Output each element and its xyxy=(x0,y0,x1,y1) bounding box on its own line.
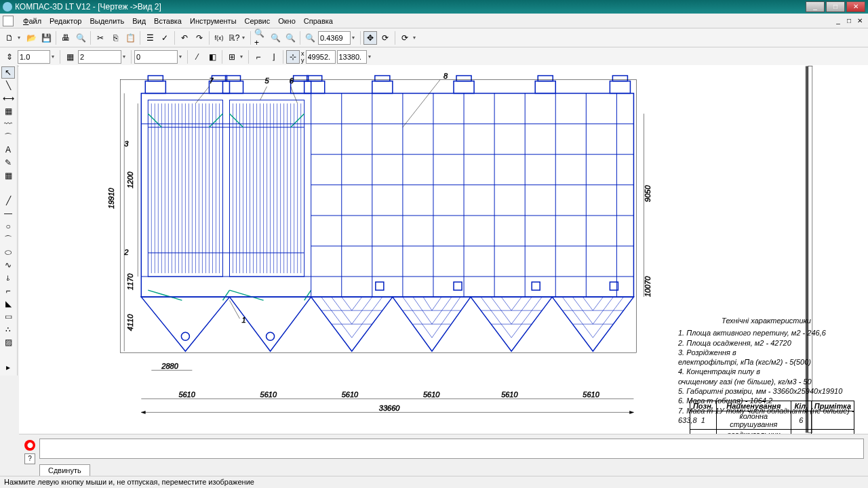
menu-view[interactable]: Вид xyxy=(128,16,150,26)
aux-line-icon[interactable]: ╱ xyxy=(1,195,15,207)
maximize-button[interactable]: □ xyxy=(826,1,845,12)
window-title: КОМПАС-3D LT V12 - [Чертеж ->Вид 2] xyxy=(15,2,806,12)
layer-input[interactable] xyxy=(78,50,121,64)
edit-tool-icon[interactable]: ✎ xyxy=(1,157,15,169)
local-cs-icon[interactable]: ⊹ xyxy=(286,50,300,64)
layers-icon[interactable]: ▦ xyxy=(63,50,77,64)
fillet-icon[interactable]: ⌐ xyxy=(1,285,15,297)
menu-service[interactable]: Сервис xyxy=(241,16,275,26)
cut-icon[interactable]: ✂ xyxy=(94,31,107,45)
new-icon[interactable]: 🗋 xyxy=(3,31,16,45)
preview-icon[interactable]: 🔍 xyxy=(74,31,87,45)
undo-icon[interactable]: ↶ xyxy=(178,31,191,45)
style-input[interactable] xyxy=(134,50,178,64)
segment-icon[interactable]: — xyxy=(1,207,15,220)
props-icon[interactable]: ☰ xyxy=(143,31,157,45)
menubar: Файл Редактор Выделить Вид Вставка Инстр… xyxy=(0,14,868,28)
rect-icon[interactable]: ▭ xyxy=(1,310,15,323)
grid-icon[interactable]: ⊞ xyxy=(225,50,239,64)
spline-icon[interactable]: ∿ xyxy=(1,259,15,271)
eraser-icon[interactable]: ◧ xyxy=(205,50,219,64)
close-button[interactable]: ✕ xyxy=(846,1,865,12)
point-icon[interactable]: ∴ xyxy=(1,323,15,336)
text-tool-icon[interactable]: A xyxy=(1,144,15,156)
coord-y-input[interactable] xyxy=(337,50,367,64)
mdi-minimize[interactable]: _ xyxy=(833,16,843,26)
svg-text:1170: 1170 xyxy=(126,273,134,290)
coord-x-input[interactable] xyxy=(306,50,336,64)
table-tool-icon[interactable]: ▦ xyxy=(1,169,15,182)
svg-text:1200: 1200 xyxy=(126,171,134,188)
zoom-in-icon[interactable]: 🔍+ xyxy=(254,31,267,45)
refresh-icon[interactable]: ⟳ xyxy=(398,31,412,45)
expand-icon[interactable]: ▸ xyxy=(1,361,15,373)
svg-rect-18 xyxy=(610,81,630,94)
ellipse-icon[interactable]: ⬭ xyxy=(1,246,15,258)
pan-icon[interactable]: ✥ xyxy=(363,31,377,45)
open-icon[interactable]: 📂 xyxy=(24,31,38,45)
menu-tools[interactable]: Инструменты xyxy=(186,16,241,26)
zoom-fit-icon[interactable]: 🔍 xyxy=(303,31,317,45)
svg-point-128 xyxy=(267,332,275,340)
polyline-icon[interactable]: ⫰ xyxy=(1,272,15,284)
chamfer-icon[interactable]: ◣ xyxy=(1,298,15,310)
copy-icon[interactable]: ⎘ xyxy=(108,31,122,45)
construct-tool-icon[interactable]: ⌒ xyxy=(1,131,15,143)
menu-edit[interactable]: Редактор xyxy=(45,16,85,26)
zoom-input[interactable] xyxy=(318,31,351,45)
line-icon[interactable]: ∕ xyxy=(191,50,204,64)
minimize-button[interactable]: _ xyxy=(806,1,825,12)
ortho-icon[interactable]: ⌐ xyxy=(252,50,265,64)
whatsthis-icon[interactable]: ℝ? xyxy=(227,31,241,45)
svg-line-109 xyxy=(501,297,511,310)
svg-rect-9 xyxy=(294,76,309,81)
svg-line-132 xyxy=(403,80,440,127)
zoom-window-icon[interactable]: 🔍 xyxy=(269,31,282,45)
redo-icon[interactable]: ↷ xyxy=(193,31,206,45)
svg-rect-11 xyxy=(307,76,322,81)
select-tool-icon[interactable]: ↖ xyxy=(1,66,15,79)
check-icon[interactable]: ✓ xyxy=(158,31,172,45)
menu-select[interactable]: Выделить xyxy=(85,16,128,26)
svg-rect-160 xyxy=(120,80,636,353)
arc-icon[interactable]: ⌒ xyxy=(1,233,15,245)
hatch-tool-icon[interactable]: ▦ xyxy=(1,105,15,117)
save-icon[interactable]: 💾 xyxy=(39,31,53,45)
svg-rect-5 xyxy=(212,76,226,81)
svg-rect-8 xyxy=(291,81,311,94)
stop-icon[interactable]: ⬤ xyxy=(24,440,35,451)
rotate-icon[interactable]: ⟳ xyxy=(378,31,392,45)
help-icon[interactable]: ? xyxy=(24,453,35,464)
scale-input[interactable] xyxy=(18,50,50,64)
svg-text:2: 2 xyxy=(123,248,128,256)
status-hint: Нажмите левую кнопку мыши и, не отпуская… xyxy=(4,478,254,486)
print-icon[interactable]: 🖶 xyxy=(59,31,73,45)
specification-table: Позн.НайменуванняКіл.Примітка 1колонна с… xyxy=(690,401,854,434)
mdi-restore[interactable]: □ xyxy=(844,16,854,26)
command-input[interactable] xyxy=(39,439,864,459)
circle-icon[interactable]: ○ xyxy=(1,220,15,232)
menu-help[interactable]: Справка xyxy=(300,16,337,26)
menu-window[interactable]: Окно xyxy=(274,16,300,26)
svg-line-98 xyxy=(352,297,362,310)
mdi-close[interactable]: ✕ xyxy=(855,16,865,26)
svg-text:1: 1 xyxy=(242,316,246,324)
curve-tool-icon[interactable]: 〰 xyxy=(1,118,15,130)
fx-icon[interactable]: f(x) xyxy=(212,31,226,45)
menu-file[interactable]: Файл xyxy=(19,16,45,26)
drawing-canvas[interactable]: 33660 561056105610561056105610 2880 1991… xyxy=(19,65,868,434)
dim-tool-icon[interactable]: ⟷ xyxy=(1,92,15,104)
svg-rect-15 xyxy=(456,76,471,81)
snap-icon[interactable]: ⌋ xyxy=(267,50,280,64)
top-outlets xyxy=(145,76,630,94)
line-tool-icon[interactable]: ╲ xyxy=(1,79,15,92)
hatch2-icon[interactable]: ▨ xyxy=(1,336,15,348)
svg-line-72 xyxy=(229,290,263,300)
menu-insert[interactable]: Вставка xyxy=(150,16,186,26)
paste-icon[interactable]: 📋 xyxy=(123,31,137,45)
command-tab[interactable]: Сдвинуть xyxy=(39,464,90,476)
svg-line-103 xyxy=(423,297,432,310)
zoom-prev-icon[interactable]: 🔍 xyxy=(283,31,297,45)
svg-text:5610: 5610 xyxy=(260,390,277,399)
state-icon[interactable]: ⇕ xyxy=(3,50,16,64)
